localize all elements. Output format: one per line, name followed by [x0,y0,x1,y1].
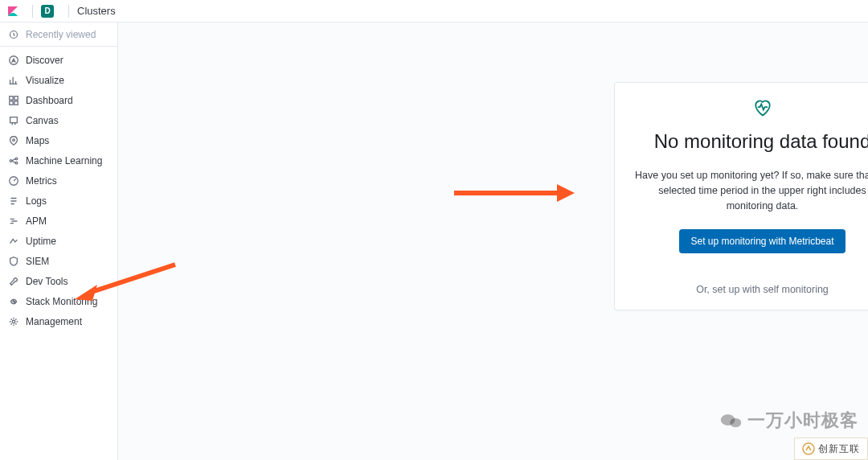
svg-marker-16 [75,285,97,301]
dashboard-icon [8,95,19,106]
svg-point-1 [10,55,18,64]
ml-icon [8,155,19,166]
visualize-icon [8,75,19,86]
maps-icon [8,135,19,146]
setup-metricbeat-button[interactable]: Set up monitoring with Metricbeat [679,229,845,253]
dev-tools-icon [8,276,19,287]
svg-point-18 [730,418,741,427]
content: Recently viewed Discover Visualize Dashb… [0,23,868,460]
sidebar-item-label: APM [26,216,47,227]
sidebar-item-management[interactable]: Management [0,311,117,331]
sidebar-item-uptime[interactable]: Uptime [0,231,117,251]
breadcrumb: Clusters [77,5,116,17]
recently-viewed[interactable]: Recently viewed [0,23,117,47]
sidebar-item-logs[interactable]: Logs [0,191,117,211]
sidebar-item-label: Metrics [26,175,57,187]
heartbeat-icon [631,96,868,121]
canvas-icon [8,115,19,126]
card-description: Have you set up monitoring yet? If so, m… [631,168,868,213]
sidebar-item-label: Canvas [26,115,59,126]
metrics-icon [8,175,19,187]
sidebar-item-label: Maps [26,135,49,146]
sidebar-item-label: SIEM [26,256,49,267]
svg-rect-6 [10,117,18,122]
brand-badge: 创新互联 [794,437,868,460]
header-divider [32,5,33,18]
sidebar-item-metrics[interactable]: Metrics [0,170,117,191]
header: D Clusters [0,0,868,23]
sidebar-item-visualize[interactable]: Visualize [0,70,117,90]
annotation-arrow-icon [75,261,179,301]
space-badge[interactable]: D [41,5,54,18]
wechat-icon [720,412,743,429]
sidebar: Recently viewed Discover Visualize Dashb… [0,23,118,460]
svg-point-12 [12,320,15,323]
apm-icon [8,216,19,227]
watermark-text: 一万小时极客 [747,409,858,433]
kibana-logo-icon[interactable] [6,5,19,18]
svg-rect-5 [14,101,18,104]
sidebar-item-canvas[interactable]: Canvas [0,110,117,130]
brand-badge-icon [802,442,815,455]
discover-icon [8,55,19,66]
watermark: 一万小时极客 [720,409,858,433]
monitoring-card: No monitoring data found Have you set up… [614,82,868,310]
brand-badge-text: 创新互联 [818,442,860,456]
sidebar-item-label: Discover [26,55,63,66]
svg-point-7 [13,138,15,141]
sidebar-item-label: Visualize [26,75,64,86]
sidebar-item-label: Management [26,316,82,327]
sidebar-item-label: Dev Tools [26,276,68,287]
annotation-arrow-icon [454,181,575,205]
uptime-icon [8,236,19,247]
main: No monitoring data found Have you set up… [118,23,868,460]
self-monitoring-link[interactable]: Or, set up with self monitoring [631,284,868,295]
clock-icon [8,29,19,40]
svg-rect-3 [14,96,18,99]
gear-icon [8,316,19,327]
svg-rect-2 [10,96,13,99]
logs-icon [8,195,19,207]
header-divider [68,5,69,18]
card-title: No monitoring data found [631,129,868,154]
recently-viewed-label: Recently viewed [26,29,96,40]
svg-point-19 [803,443,814,454]
sidebar-item-dashboard[interactable]: Dashboard [0,90,117,110]
monitoring-icon [8,296,19,307]
sidebar-item-label: Machine Learning [26,155,102,166]
svg-line-15 [89,265,175,293]
svg-rect-4 [10,101,13,104]
sidebar-item-label: Logs [26,195,47,207]
sidebar-item-machine-learning[interactable]: Machine Learning [0,150,117,170]
svg-marker-14 [557,184,575,202]
sidebar-item-maps[interactable]: Maps [0,130,117,150]
sidebar-item-discover[interactable]: Discover [0,50,117,70]
siem-icon [8,256,19,267]
sidebar-item-label: Uptime [26,236,56,247]
sidebar-item-apm[interactable]: APM [0,211,117,231]
sidebar-item-label: Dashboard [26,95,73,106]
